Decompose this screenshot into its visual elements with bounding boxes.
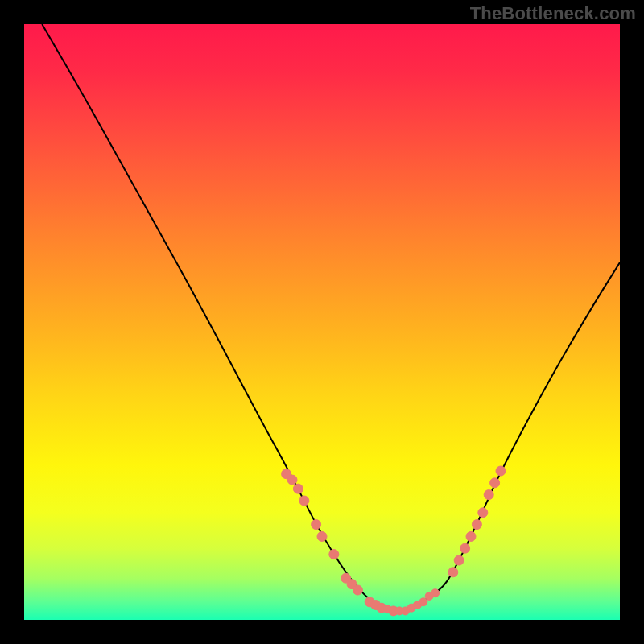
- data-point: [347, 580, 357, 589]
- data-point: [390, 607, 398, 615]
- watermark-text: TheBottleneck.com: [470, 3, 636, 24]
- data-point: [425, 592, 433, 600]
- data-point: [413, 601, 421, 609]
- chart-svg: [24, 24, 620, 620]
- chart-frame: TheBottleneck.com: [0, 0, 644, 644]
- data-point: [402, 607, 410, 615]
- dots-right: [448, 466, 506, 577]
- data-point: [329, 550, 339, 559]
- data-point: [282, 469, 291, 479]
- data-point: [383, 605, 391, 613]
- data-point: [353, 585, 362, 595]
- data-point: [317, 531, 327, 541]
- data-point: [478, 508, 488, 518]
- dots-bottom: [378, 589, 440, 615]
- data-point: [293, 484, 303, 493]
- data-point: [454, 555, 464, 565]
- data-point: [431, 589, 440, 597]
- data-point: [496, 466, 506, 476]
- plot-area: [24, 24, 620, 620]
- data-point: [448, 568, 458, 577]
- data-point: [419, 598, 427, 606]
- data-point: [378, 604, 386, 612]
- data-point: [389, 606, 398, 616]
- dots-left: [282, 469, 398, 616]
- data-point: [472, 520, 481, 530]
- bottleneck-curve: [42, 24, 620, 610]
- data-point: [377, 603, 386, 613]
- data-point: [484, 490, 493, 500]
- data-point: [365, 597, 374, 607]
- data-point: [312, 520, 321, 530]
- data-point: [490, 478, 500, 488]
- data-point: [466, 531, 476, 541]
- data-point: [341, 573, 351, 583]
- data-point: [460, 543, 470, 553]
- data-point: [407, 604, 415, 612]
- data-point: [371, 601, 381, 610]
- data-point: [395, 607, 403, 615]
- data-point: [299, 496, 309, 506]
- data-point: [287, 475, 297, 485]
